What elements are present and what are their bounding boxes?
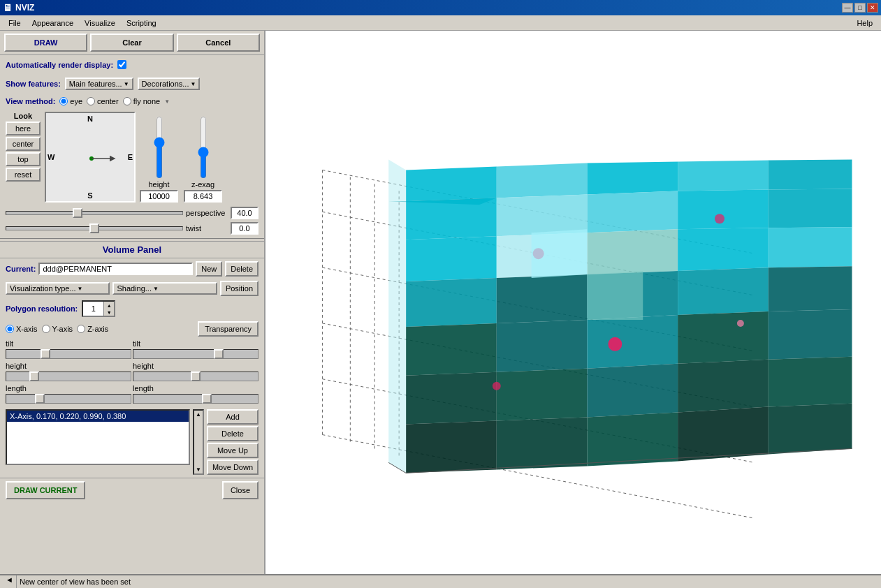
- auto-render-row: Automatically render display:: [0, 57, 264, 72]
- look-reset-button[interactable]: reset: [6, 168, 41, 182]
- look-here-button[interactable]: here: [6, 122, 41, 135]
- move-down-button[interactable]: Move Down: [207, 460, 259, 475]
- menu-file[interactable]: File: [3, 17, 27, 29]
- y-axis-radio[interactable]: Y-axis: [42, 325, 73, 333]
- height-slider-group: height 10000: [140, 116, 178, 203]
- length1-label: length: [6, 384, 131, 392]
- list-container: X-Axis, 0.170, 0.220, 0.990, 0.380: [6, 409, 190, 465]
- compass[interactable]: N S W E: [45, 112, 136, 203]
- new-button[interactable]: New: [196, 261, 222, 277]
- twist-slider[interactable]: [6, 226, 183, 230]
- length2-slider[interactable]: [133, 394, 259, 404]
- svg-point-51: [608, 337, 622, 351]
- svg-marker-40: [497, 369, 588, 421]
- decorations-arrow: ▼: [190, 81, 196, 87]
- current-value: ddd@PERMANENT: [38, 263, 193, 275]
- cancel-button[interactable]: Cancel: [177, 34, 260, 52]
- look-title: Look: [6, 112, 41, 120]
- close-window-button[interactable]: ✕: [867, 3, 878, 13]
- delete-button[interactable]: Delete: [225, 261, 259, 277]
- tilt1-label: tilt: [6, 339, 131, 348]
- svg-marker-46: [587, 413, 678, 466]
- svg-marker-39: [406, 372, 497, 425]
- list-item[interactable]: X-Axis, 0.170, 0.220, 0.990, 0.380: [7, 411, 189, 422]
- toolbar-row: DRAW Clear Cancel: [0, 31, 264, 55]
- tilt1-slider[interactable]: [6, 349, 131, 359]
- draw-button[interactable]: DRAW: [4, 34, 87, 52]
- poly-down-arrow[interactable]: ▼: [104, 309, 114, 316]
- status-bar: ◄ New center of view has been set: [0, 574, 881, 588]
- twist-row: twist 0.0: [6, 222, 259, 235]
- svg-marker-48: [769, 404, 852, 455]
- close-panel-button[interactable]: Close: [222, 481, 259, 499]
- transparency-button[interactable]: Transparency: [198, 321, 259, 337]
- bottom-row: DRAW CURRENT Close: [0, 478, 264, 502]
- menu-visualize[interactable]: Visualize: [79, 17, 121, 29]
- height1-slider[interactable]: [6, 372, 131, 381]
- view-center-option[interactable]: center: [87, 97, 119, 105]
- svg-marker-21: [587, 191, 678, 233]
- poly-value: 1: [83, 302, 104, 316]
- svg-marker-29: [406, 278, 497, 327]
- svg-marker-28: [769, 227, 852, 267]
- status-scroll[interactable]: ◄: [6, 575, 17, 588]
- add-button[interactable]: Add: [207, 409, 259, 425]
- volume-panel-title: Volume Panel: [0, 241, 264, 258]
- svg-marker-17: [769, 160, 852, 190]
- auto-render-checkbox[interactable]: [117, 60, 126, 69]
- menu-help[interactable]: Help: [851, 17, 878, 29]
- svg-marker-54: [532, 229, 588, 278]
- svg-point-52: [493, 382, 501, 390]
- shading-dropdown[interactable]: Shading... ▼: [112, 282, 217, 295]
- terrain-view: [265, 31, 881, 574]
- scroll-down[interactable]: ▼: [194, 466, 203, 473]
- perspective-row: perspective 40.0: [6, 207, 259, 219]
- view-eye-option[interactable]: eye: [59, 97, 82, 105]
- svg-marker-27: [678, 228, 769, 271]
- status-text: New center of view has been set: [20, 578, 131, 586]
- svg-marker-44: [406, 421, 497, 473]
- list-scrollbar[interactable]: ▲ ▼: [193, 409, 204, 475]
- vis-control-row: Visualization type... ▼ Shading... ▼ Pos…: [0, 279, 264, 297]
- length1-slider[interactable]: [6, 394, 131, 404]
- tilt2-slider[interactable]: [133, 349, 259, 359]
- height-vslider[interactable]: [152, 116, 166, 179]
- vis-type-dropdown[interactable]: Visualization type... ▼: [6, 282, 110, 295]
- delete-list-button[interactable]: Delete: [207, 426, 259, 441]
- draw-current-button[interactable]: DRAW CURRENT: [6, 481, 85, 499]
- poly-up-arrow[interactable]: ▲: [104, 302, 114, 309]
- look-buttons: Look here center top reset: [6, 112, 41, 203]
- x-axis-radio[interactable]: X-axis: [6, 325, 38, 333]
- zexag-slider-group: z-exag 8.643: [184, 116, 222, 203]
- shading-arrow: ▼: [153, 286, 159, 292]
- decorations-dropdown[interactable]: Decorations... ▼: [138, 78, 201, 90]
- scroll-up[interactable]: ▲: [194, 411, 203, 418]
- svg-marker-33: [769, 266, 852, 311]
- view-method-label: View method:: [6, 97, 55, 105]
- twist-value: 0.0: [231, 222, 259, 235]
- svg-marker-55: [587, 271, 643, 320]
- vert-sliders: height 10000 z-exag 8.643: [140, 112, 222, 203]
- scroll-track: [194, 418, 203, 466]
- position-button[interactable]: Position: [220, 281, 259, 296]
- app-icon: 🖥: [3, 2, 13, 13]
- main-features-dropdown[interactable]: Main features... ▼: [65, 78, 133, 90]
- minimize-button[interactable]: —: [842, 3, 853, 13]
- move-up-button[interactable]: Move Up: [207, 443, 259, 458]
- look-center-button[interactable]: center: [6, 137, 41, 151]
- tilt2-label: tilt: [133, 339, 259, 348]
- menu-appearance[interactable]: Appearance: [27, 17, 79, 29]
- clear-button[interactable]: Clear: [90, 34, 173, 52]
- main-features-arrow: ▼: [124, 81, 129, 87]
- perspective-slider[interactable]: [6, 211, 183, 215]
- zexag-label: z-exag: [191, 180, 214, 189]
- maximize-button[interactable]: □: [854, 3, 866, 13]
- svg-marker-36: [587, 315, 678, 369]
- z-axis-radio[interactable]: Z-axis: [77, 325, 108, 333]
- look-top-button[interactable]: top: [6, 152, 41, 166]
- menu-scripting[interactable]: Scripting: [121, 17, 162, 29]
- zexag-vslider[interactable]: [196, 116, 210, 179]
- view-dropdown-arrow: ▼: [164, 98, 170, 105]
- view-flynone-option[interactable]: fly none: [123, 97, 161, 105]
- height2-slider[interactable]: [133, 372, 259, 381]
